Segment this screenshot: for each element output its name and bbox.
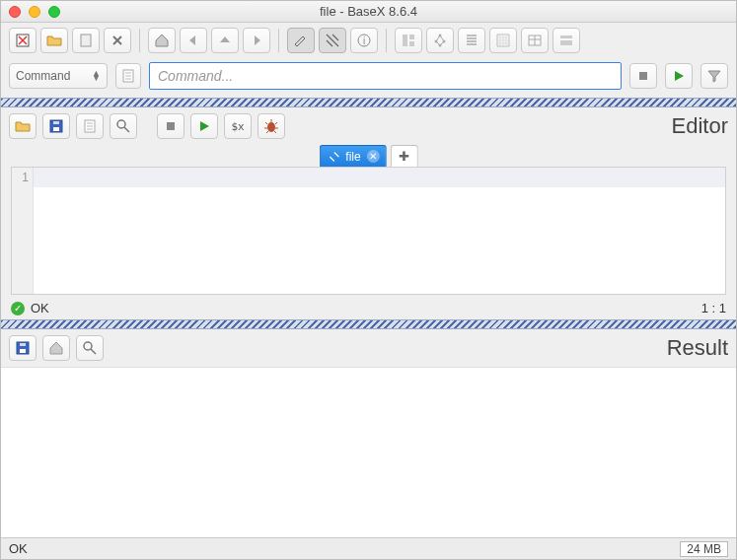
svg-rect-5 xyxy=(409,35,414,39)
open-db-button[interactable] xyxy=(40,28,68,53)
line-number: 1 xyxy=(12,168,34,187)
input-mode-label: Command xyxy=(16,69,70,83)
svg-rect-18 xyxy=(53,121,59,124)
table-view-button[interactable] xyxy=(521,28,549,53)
panel-divider[interactable] xyxy=(1,98,736,107)
result-home-button[interactable] xyxy=(42,335,70,361)
bottom-status-bar: OK 24 MB xyxy=(1,537,736,559)
db-properties-button[interactable] xyxy=(72,28,100,53)
svg-rect-4 xyxy=(403,35,407,46)
close-db-button[interactable] xyxy=(104,28,131,53)
svg-rect-15 xyxy=(639,72,647,80)
input-mode-dropdown[interactable]: Command ▲▼ xyxy=(9,63,108,89)
gutter xyxy=(12,187,34,294)
code-area[interactable] xyxy=(34,187,725,294)
editor-text-area[interactable]: 1 xyxy=(11,167,726,295)
window-title: file - BaseX 8.6.4 xyxy=(1,4,736,19)
editor-tab-label: file xyxy=(345,150,360,164)
folder-view-button[interactable] xyxy=(458,28,485,53)
toolbar-separator xyxy=(386,29,387,52)
toolbar-separator xyxy=(278,29,279,52)
tree-view-button[interactable] xyxy=(426,28,454,53)
svg-rect-25 xyxy=(20,343,26,346)
home-button[interactable] xyxy=(148,28,176,53)
window-titlebar: file - BaseX 8.6.4 xyxy=(1,1,736,23)
result-panel: Result xyxy=(1,329,736,537)
tab-close-button[interactable]: ✕ xyxy=(367,150,380,163)
editor-stop-button[interactable] xyxy=(157,113,184,139)
editor-status-text: OK xyxy=(31,301,49,315)
chevron-updown-icon: ▲▼ xyxy=(92,71,101,81)
command-row: Command ▲▼ xyxy=(1,58,736,98)
code-line[interactable] xyxy=(34,168,725,187)
svg-point-26 xyxy=(84,342,92,350)
show-result-button[interactable] xyxy=(319,28,346,53)
run-button[interactable] xyxy=(665,63,693,89)
svg-rect-21 xyxy=(167,122,175,130)
history-button[interactable] xyxy=(115,63,141,89)
panel-divider[interactable] xyxy=(1,319,736,329)
filter-button[interactable] xyxy=(700,63,728,89)
svg-text:i: i xyxy=(363,35,365,46)
editor-debug-button[interactable] xyxy=(258,113,285,139)
svg-point-20 xyxy=(117,120,125,128)
bottom-status-text: OK xyxy=(9,541,28,556)
main-toolbar: i xyxy=(1,23,736,58)
result-text-area[interactable] xyxy=(1,367,736,537)
result-find-button[interactable] xyxy=(76,335,104,361)
result-panel-title: Result xyxy=(667,335,728,361)
editor-find-button[interactable] xyxy=(110,113,137,139)
editor-toolbar: $x Editor xyxy=(1,107,736,145)
result-toolbar: Result xyxy=(1,329,736,367)
svg-rect-13 xyxy=(560,40,572,45)
svg-rect-6 xyxy=(409,41,414,46)
explorer-view-button[interactable] xyxy=(553,28,580,53)
file-icon xyxy=(328,151,339,163)
status-ok-icon: ✓ xyxy=(11,302,25,315)
editor-status-row: ✓ OK 1 : 1 xyxy=(1,299,736,319)
back-button[interactable] xyxy=(180,28,207,53)
editor-tab[interactable]: file ✕ xyxy=(319,145,386,167)
svg-rect-12 xyxy=(560,35,572,38)
editor-save-button[interactable] xyxy=(42,113,70,139)
up-button[interactable] xyxy=(211,28,239,53)
plot-view-button[interactable] xyxy=(489,28,517,53)
editor-panel-title: Editor xyxy=(672,113,728,139)
svg-rect-1 xyxy=(81,35,91,46)
memory-usage[interactable]: 24 MB xyxy=(680,541,728,557)
editor-tabstrip: file ✕ ✚ xyxy=(319,145,417,167)
info-button[interactable]: i xyxy=(350,28,378,53)
svg-rect-24 xyxy=(20,349,26,353)
editor-run-button[interactable] xyxy=(190,113,218,139)
stop-button[interactable] xyxy=(629,63,657,89)
cursor-position: 1 : 1 xyxy=(701,301,726,315)
editor-vars-button[interactable]: $x xyxy=(224,113,252,139)
editor-open-button[interactable] xyxy=(9,113,37,139)
editor-panel: $x Editor file ✕ ✚ 1 ✓ xyxy=(1,107,736,319)
show-editor-button[interactable] xyxy=(287,28,315,53)
editor-history-button[interactable] xyxy=(76,113,104,139)
map-view-button[interactable] xyxy=(395,28,422,53)
svg-rect-17 xyxy=(53,127,59,131)
svg-point-22 xyxy=(267,122,275,132)
toolbar-separator xyxy=(139,29,140,52)
result-save-button[interactable] xyxy=(9,335,37,361)
command-input[interactable] xyxy=(149,62,622,90)
new-tab-button[interactable]: ✚ xyxy=(391,145,418,167)
new-db-button[interactable] xyxy=(9,28,37,53)
forward-button[interactable] xyxy=(243,28,270,53)
